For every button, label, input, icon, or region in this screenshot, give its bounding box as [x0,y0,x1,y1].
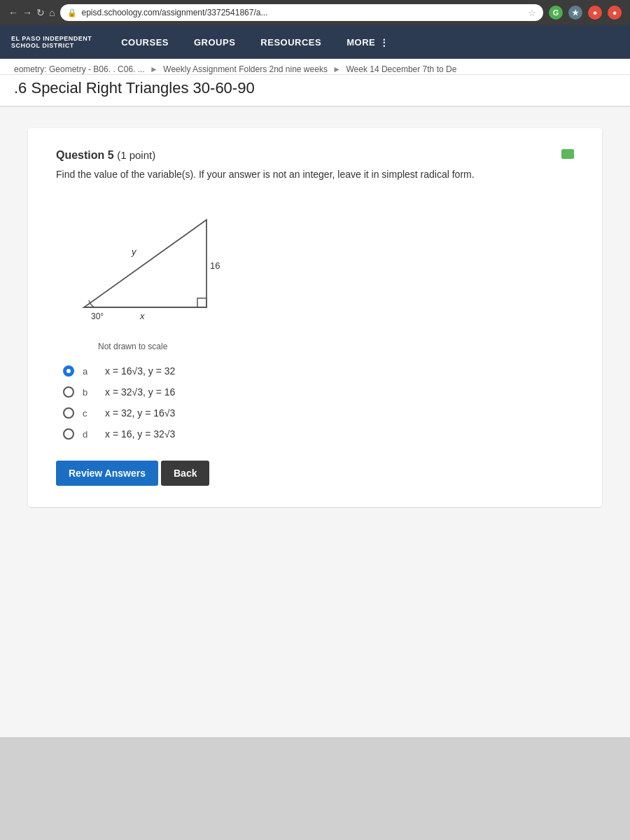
page-title: .6 Special Right Triangles 30-60-90 [14,79,616,97]
browser-bar: ← → ↻ ⌂ 🔒 episd.schoology.com/assignment… [0,0,630,25]
card-badge [561,149,574,159]
triangle-diagram: y 16 30° x [70,199,574,328]
svg-text:16: 16 [210,260,220,271]
browser-nav-icons: ← → ↻ ⌂ [8,7,55,18]
breadcrumb-part1: eometry: Geometry - B06. . C06. ... [14,64,145,74]
answer-choices: a x = 16√3, y = 32 b x = 32√3, y = 16 c … [63,365,574,440]
nav-more[interactable]: MORE ⋮ [334,25,402,59]
choice-text-a: x = 16√3, y = 32 [105,365,175,377]
extension-icon-green: G [549,6,563,20]
profile-icon: ● [588,6,602,20]
browser-action-icons: G ★ ● ● [549,6,622,20]
svg-marker-0 [84,220,206,307]
choice-label-d: d [83,429,97,440]
breadcrumb-arrow-1: ► [150,64,158,74]
choice-row-d[interactable]: d x = 16, y = 32√3 [63,428,574,440]
choice-row-b[interactable]: b x = 32√3, y = 16 [63,386,574,398]
schoology-navbar: EL PASO INDEPENDENT SCHOOL DISTRICT COUR… [0,25,630,59]
review-answers-button[interactable]: Review Answers [56,461,158,486]
school-logo: EL PASO INDEPENDENT SCHOOL DISTRICT [11,35,92,49]
question-instruction: Find the value of the variable(s). If yo… [56,167,574,182]
bookmark-icon: ☆ [528,8,536,18]
triangle-svg: y 16 30° x [70,199,252,325]
question-card: Question 5 (1 point) Find the value of t… [28,128,602,507]
svg-text:30°: 30° [91,312,104,321]
svg-text:y: y [131,246,137,257]
choice-label-c: c [83,408,97,419]
choice-label-a: a [83,366,97,377]
radio-b[interactable] [63,386,74,398]
svg-rect-1 [197,298,206,307]
school-name-line2: SCHOOL DISTRICT [11,42,92,49]
choice-text-b: x = 32√3, y = 16 [105,386,175,398]
lock-icon: 🔒 [67,8,77,18]
school-name-line1: EL PASO INDEPENDENT [11,35,92,42]
extension-icon-gray: ★ [568,6,582,20]
url-text: episd.schoology.com/assignment/337254186… [81,8,267,18]
not-drawn-label: Not drawn to scale [98,342,574,351]
choice-row-c[interactable]: c x = 32, y = 16√3 [63,407,574,419]
nav-groups[interactable]: GROUPS [181,25,248,59]
reload-button[interactable]: ↻ [36,7,45,18]
choice-label-b: b [83,387,97,398]
back-nav-button[interactable]: ← [8,7,18,18]
radio-d[interactable] [63,428,74,440]
breadcrumb-bar: eometry: Geometry - B06. . C06. ... ► We… [0,59,630,75]
forward-nav-button[interactable]: → [22,7,32,18]
breadcrumb-part2: Weekly Assignment Folders 2nd nine weeks [163,64,328,74]
nav-resources[interactable]: RESOURCES [248,25,334,59]
radio-a[interactable] [63,365,74,377]
back-button[interactable]: Back [161,461,209,486]
radio-c[interactable] [63,407,74,419]
choice-text-d: x = 16, y = 32√3 [105,428,175,440]
page-title-bar: .6 Special Right Triangles 30-60-90 [0,75,630,107]
breadcrumb-part3: Week 14 December 7th to De [346,64,456,74]
question-header: Question 5 (1 point) [56,149,574,162]
nav-courses[interactable]: COURSES [108,25,181,59]
home-button[interactable]: ⌂ [49,7,55,18]
choice-row-a[interactable]: a x = 16√3, y = 32 [63,365,574,377]
choice-text-c: x = 32, y = 16√3 [105,407,175,419]
breadcrumb-arrow-2: ► [332,64,341,74]
question-points: (1 point) [117,149,155,161]
question-label: Question 5 [56,149,114,161]
svg-text:x: x [139,311,145,321]
address-bar[interactable]: 🔒 episd.schoology.com/assignment/3372541… [60,4,543,21]
extension-icon-red: ● [608,6,622,20]
main-content: Question 5 (1 point) Find the value of t… [0,107,630,737]
buttons-row: Review Answers Back [56,461,574,486]
